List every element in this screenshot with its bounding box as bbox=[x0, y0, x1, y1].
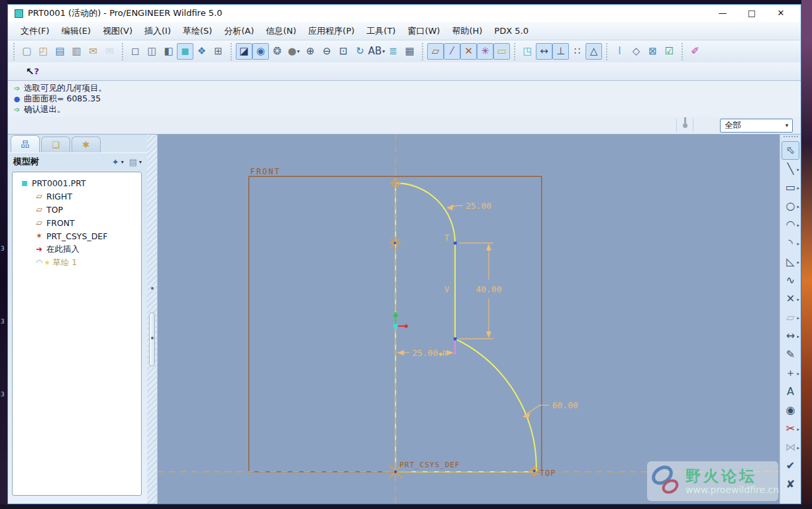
menu-view[interactable]: 视图(V) bbox=[97, 22, 138, 40]
measure-button[interactable]: ✐ bbox=[687, 43, 703, 60]
sketch-done-button[interactable]: ✔ bbox=[782, 457, 799, 475]
tree-display-button[interactable]: ▤▾ bbox=[129, 157, 142, 167]
menu-tools[interactable]: 工具(T) bbox=[360, 22, 401, 40]
model-tree-toggle-button[interactable]: ⊞ bbox=[210, 43, 227, 60]
menu-window[interactable]: 窗口(W) bbox=[401, 22, 446, 40]
zoom-in-button[interactable]: ⊕ bbox=[302, 43, 319, 60]
line-tool[interactable]: ╲ ▸ bbox=[782, 160, 799, 178]
maximize-button[interactable]: □ bbox=[737, 5, 766, 22]
edge-tool[interactable]: ▱ ▸ bbox=[782, 308, 799, 327]
shade-sections-button[interactable]: I bbox=[611, 43, 628, 60]
vertex-display-button[interactable]: △ bbox=[585, 43, 602, 60]
tree-item-insert-here[interactable]: ➜ 在此插入 bbox=[14, 243, 140, 256]
print-button[interactable]: ▥ bbox=[68, 43, 85, 60]
sketch-cancel-button[interactable]: ✘ bbox=[782, 475, 799, 494]
menu-file[interactable]: 文件(F) bbox=[15, 22, 56, 40]
minimize-button[interactable]: — bbox=[708, 5, 737, 22]
dim-text-height[interactable]: 40.00 bbox=[476, 284, 501, 294]
splitter-handle[interactable] bbox=[149, 312, 155, 367]
arc-tool[interactable]: ◠ ▸ bbox=[782, 215, 799, 234]
save-button[interactable]: ▤ bbox=[52, 43, 68, 60]
menu-help[interactable]: 帮助(H) bbox=[446, 22, 488, 40]
menu-edit[interactable]: 编辑(E) bbox=[56, 22, 97, 40]
menu-sketch[interactable]: 草绘(S) bbox=[177, 22, 218, 40]
axis-display-button[interactable]: ⁄ bbox=[444, 43, 460, 60]
sketch-orient-button[interactable]: ◳ bbox=[519, 43, 536, 60]
constraint-tool[interactable]: ＋ ▸ bbox=[782, 364, 799, 382]
grid-display-button[interactable]: ∷ bbox=[569, 43, 585, 60]
context-help-button[interactable]: ↖ ? bbox=[23, 64, 42, 80]
toolbar-icon: ⊕ bbox=[306, 46, 315, 56]
palette-tool[interactable]: ◉ bbox=[782, 401, 799, 420]
vertex-point[interactable] bbox=[454, 242, 456, 245]
close-button[interactable]: ✕ bbox=[766, 5, 795, 22]
view-effects-button[interactable]: ❂ bbox=[269, 43, 285, 60]
tree-settings-button[interactable]: ✦▾ bbox=[112, 157, 124, 167]
tree-item-part[interactable]: ◼ PRT0001.PRT bbox=[14, 176, 140, 190]
annotation-display-button[interactable]: ▭ bbox=[493, 43, 510, 60]
reorient-button[interactable]: ↻ bbox=[352, 43, 368, 60]
open-ends-button[interactable]: ◇ bbox=[628, 43, 644, 60]
no-hidden-view-button[interactable]: ◧ bbox=[160, 43, 177, 60]
zoom-fit-button[interactable]: ⊡ bbox=[335, 43, 352, 60]
menu-info[interactable]: 信息(N) bbox=[260, 22, 302, 40]
toolbar-drag-handle[interactable] bbox=[784, 136, 798, 139]
panel-splitter[interactable] bbox=[147, 135, 158, 504]
mail-link-button[interactable]: ✉ bbox=[101, 43, 118, 60]
zoom-out-button[interactable]: ⊖ bbox=[319, 43, 335, 60]
dim-text-r25[interactable]: 25.00 bbox=[466, 201, 491, 211]
datum-pin-button[interactable]: ❖ bbox=[193, 43, 210, 60]
rectangle-tool[interactable]: ▭ ▸ bbox=[782, 178, 799, 197]
saved-views-button[interactable]: AB▾ bbox=[368, 43, 385, 60]
sketch-bottom-arc[interactable] bbox=[455, 339, 536, 472]
menu-analysis[interactable]: 分析(A) bbox=[218, 22, 260, 40]
view-manager-button[interactable]: ▦ bbox=[401, 43, 418, 60]
wireframe-view-button[interactable]: ◻ bbox=[127, 43, 144, 60]
selection-filter-icon[interactable] bbox=[676, 119, 693, 132]
circle-tool[interactable]: ○ ▸ bbox=[782, 197, 799, 215]
shaded-view-button[interactable]: ◼ bbox=[177, 43, 193, 60]
sketch-view-button[interactable]: ◪ bbox=[236, 43, 252, 60]
new-file-button[interactable]: ▢ bbox=[19, 43, 35, 60]
orient-center-button[interactable]: ◉ bbox=[252, 43, 269, 60]
point-display-button[interactable]: ✕ bbox=[460, 43, 477, 60]
dim-text-r60[interactable]: 60.00 bbox=[552, 400, 578, 410]
tree-item-front-plane[interactable]: ▱ FRONT bbox=[14, 216, 140, 229]
tab-model-tree[interactable]: 品 bbox=[11, 135, 40, 152]
feature-requirements-button[interactable]: ☑ bbox=[661, 43, 678, 60]
mirror-tool[interactable]: ⋈ ▸ bbox=[782, 438, 799, 457]
render-style-button[interactable]: ●▾ bbox=[285, 43, 302, 60]
tab-folder-browser[interactable]: ❏ bbox=[41, 137, 70, 152]
tree-item-right-plane[interactable]: ▱ RIGHT bbox=[14, 190, 140, 203]
vertex-point[interactable] bbox=[454, 337, 456, 341]
spline-tool[interactable]: ∿ bbox=[782, 271, 799, 290]
plane-display-button[interactable]: ▱ bbox=[427, 43, 444, 60]
point-tool[interactable]: ✕ ▸ bbox=[782, 290, 799, 308]
filter-combobox[interactable]: 全部 ▾ bbox=[720, 119, 793, 133]
text-tool[interactable]: A bbox=[782, 382, 799, 401]
dim-display-button[interactable]: ↔ bbox=[536, 43, 552, 60]
trim-tool[interactable]: ✂ ▸ bbox=[782, 420, 799, 438]
open-button[interactable]: ◰ bbox=[35, 43, 52, 60]
select-tool[interactable]: ⬁ bbox=[782, 141, 799, 160]
tree-item-sketch[interactable]: ◠ ✳ 草绘 1 bbox=[14, 256, 140, 269]
send-mail-button[interactable]: ✉ bbox=[85, 43, 101, 60]
constraint-display-button[interactable]: ⊥ bbox=[552, 43, 569, 60]
tree-item-top-plane[interactable]: ▱ TOP bbox=[14, 203, 140, 216]
dimension-tool[interactable]: ↔ ▸ bbox=[782, 327, 799, 345]
modify-dims-tool[interactable]: ✎ bbox=[782, 345, 799, 364]
tool-icon: ◠ bbox=[786, 219, 795, 230]
layers-button[interactable]: ≣ bbox=[385, 43, 401, 60]
menu-applications[interactable]: 应用程序(P) bbox=[302, 22, 360, 40]
hidden-line-view-button[interactable]: ◫ bbox=[144, 43, 160, 60]
sketch-canvas[interactable]: 25.00 40.00 25.00 ◆R 60.00 bbox=[158, 135, 780, 504]
fillet-tool[interactable]: ◝ ▸ bbox=[782, 234, 799, 253]
dim-text-width[interactable]: 25.00 bbox=[412, 348, 438, 358]
menu-insert[interactable]: 插入(I) bbox=[138, 22, 177, 40]
menu-pdx[interactable]: PDX 5.0 bbox=[488, 23, 534, 39]
csys-display-button[interactable]: ✳ bbox=[477, 43, 493, 60]
tab-favorites[interactable]: ✱ bbox=[72, 137, 101, 152]
overlap-geometry-button[interactable]: ⊠ bbox=[644, 43, 661, 60]
tree-item-csys[interactable]: ✶ PRT_CSYS_DEF bbox=[14, 229, 140, 243]
chamfer-tool[interactable]: ◺ ▸ bbox=[782, 253, 799, 271]
